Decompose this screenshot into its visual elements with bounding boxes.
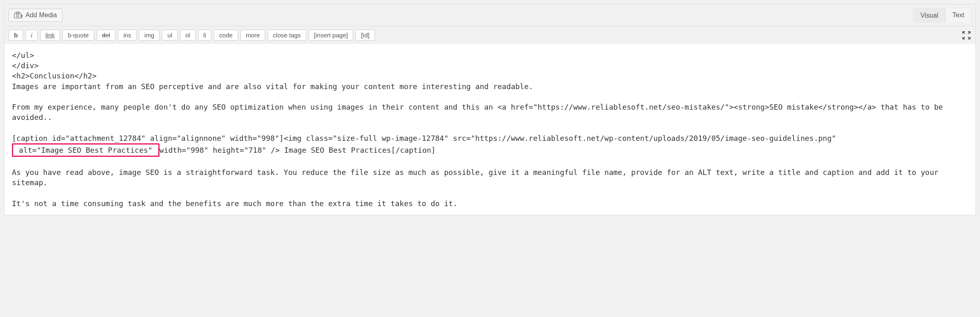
editor-content[interactable]: </ul> </div> <h2>Conclusion</h2> Images …	[5, 44, 975, 215]
qt-ul-button[interactable]: ul	[162, 30, 178, 41]
content-line: As you have read above, image SEO is a s…	[12, 168, 943, 187]
quicktags-toolbar: b i link b-quote del ins img ul ol li co…	[5, 26, 975, 44]
qt-link-button[interactable]: link	[40, 30, 60, 41]
editor-wrapper: Add Media Visual Text b i link b-quote d…	[4, 4, 976, 215]
svg-rect-2	[16, 12, 19, 14]
top-toolbar: Add Media Visual Text	[5, 5, 975, 26]
qt-italic-button[interactable]: i	[25, 30, 37, 41]
add-media-label: Add Media	[25, 11, 57, 19]
qt-ins-button[interactable]: ins	[118, 30, 136, 41]
quicktags-buttons: b i link b-quote del ins img ul ol li co…	[9, 30, 375, 41]
fullscreen-icon	[962, 31, 971, 39]
alt-highlight: alt="Image SEO Best Practices"	[12, 143, 159, 157]
content-line: <h2>Conclusion</h2>	[12, 71, 97, 80]
svg-rect-3	[21, 15, 23, 16]
content-line: It's not a time consuming task and the b…	[12, 199, 458, 208]
qt-img-button[interactable]: img	[139, 30, 159, 41]
tab-visual[interactable]: Visual	[913, 8, 945, 23]
qt-code-button[interactable]: code	[214, 30, 238, 41]
content-line: [caption id="attachment_12784" align="al…	[12, 134, 836, 142]
tab-text[interactable]: Text	[945, 8, 971, 23]
svg-point-1	[16, 14, 19, 17]
content-line: </ul>	[12, 51, 34, 60]
qt-li-button[interactable]: li	[198, 30, 212, 41]
camera-icon	[14, 11, 23, 19]
content-line: Images are important from an SEO percept…	[12, 82, 533, 91]
qt-del-button[interactable]: del	[97, 30, 116, 41]
content-line: width="998" height="718" /> Image SEO Be…	[159, 146, 436, 154]
qt-id-button[interactable]: [Id]	[356, 30, 375, 41]
svg-rect-0	[14, 13, 21, 18]
qt-insertpage-button[interactable]: [insert page]	[309, 30, 354, 41]
qt-closetags-button[interactable]: close tags	[268, 30, 306, 41]
content-line: </div>	[12, 61, 39, 70]
qt-more-button[interactable]: more	[240, 30, 265, 41]
qt-ol-button[interactable]: ol	[180, 30, 196, 41]
content-line: From my experience, many people don't do…	[12, 103, 948, 122]
qt-bold-button[interactable]: b	[9, 30, 23, 41]
fullscreen-button[interactable]	[962, 30, 971, 40]
qt-bquote-button[interactable]: b-quote	[62, 30, 94, 41]
add-media-button[interactable]: Add Media	[9, 9, 62, 22]
svg-rect-4	[21, 16, 22, 18]
editor-tabs: Visual Text	[913, 8, 971, 23]
